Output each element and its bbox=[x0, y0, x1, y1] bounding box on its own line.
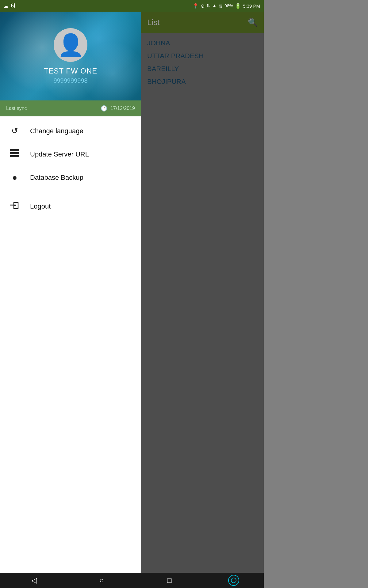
status-bar-right: 📍 ⊘ ⇅ ▲ ▨ 98% 🔋 5:39 PM bbox=[193, 3, 260, 9]
menu-label-update-server-url: Update Server URL bbox=[30, 150, 89, 158]
location-icon: 📍 bbox=[193, 3, 199, 9]
menu-label-database-backup: Database Backup bbox=[30, 174, 83, 182]
bottom-nav: ◁ ○ □ bbox=[0, 573, 264, 588]
back-button[interactable]: ◁ bbox=[25, 574, 43, 586]
database-icon: ● bbox=[9, 173, 21, 183]
svg-rect-0 bbox=[10, 149, 19, 151]
battery-icon: 🔋 bbox=[235, 3, 241, 9]
menu-label-logout: Logout bbox=[30, 202, 51, 210]
status-bar: ☁ 🖼 📍 ⊘ ⇅ ▲ ▨ 98% 🔋 5:39 PM bbox=[0, 0, 264, 12]
sync-bar: Last sync 🕐 17/12/2019 bbox=[0, 100, 141, 116]
battery-percent: 98% bbox=[224, 3, 233, 8]
svg-rect-1 bbox=[10, 152, 19, 154]
svg-rect-2 bbox=[10, 155, 19, 157]
cloud-icon: ☁ bbox=[4, 3, 9, 9]
wifi-icon: ▲ bbox=[212, 3, 217, 9]
signal-icon: ⊘ bbox=[201, 3, 205, 9]
server-icon bbox=[9, 149, 21, 159]
logout-icon bbox=[9, 201, 21, 212]
menu-divider bbox=[0, 192, 141, 192]
navigation-drawer: 👤 TEST FW ONE 9999999998 Last sync 🕐 17/… bbox=[0, 12, 141, 573]
network-icon: ▨ bbox=[219, 3, 223, 8]
home-button[interactable]: ○ bbox=[93, 574, 111, 586]
data-icon: ⇅ bbox=[206, 3, 210, 8]
menu-label-change-language: Change language bbox=[30, 127, 83, 135]
user-name: TEST FW ONE bbox=[44, 67, 98, 75]
menu-item-update-server-url[interactable]: Update Server URL bbox=[0, 142, 141, 166]
clock-time: 5:39 PM bbox=[243, 3, 260, 9]
drawer-header: 👤 TEST FW ONE 9999999998 bbox=[0, 12, 141, 100]
status-bar-left: ☁ 🖼 bbox=[4, 3, 15, 9]
clock-icon: 🕐 bbox=[101, 105, 107, 112]
menu-item-logout[interactable]: Logout bbox=[0, 194, 141, 218]
image-icon: 🖼 bbox=[10, 3, 15, 9]
refresh-icon: ↺ bbox=[9, 126, 21, 136]
person-icon: 👤 bbox=[57, 34, 84, 56]
sync-date: 17/12/2019 bbox=[110, 106, 135, 111]
avatar: 👤 bbox=[54, 28, 87, 62]
menu-item-change-language[interactable]: ↺ Change language bbox=[0, 119, 141, 142]
alexa-button[interactable] bbox=[228, 575, 239, 586]
drawer-menu: ↺ Change language Update Server URL ● Da… bbox=[0, 116, 141, 573]
user-phone: 9999999998 bbox=[53, 77, 87, 84]
menu-item-database-backup[interactable]: ● Database Backup bbox=[0, 166, 141, 189]
recent-button[interactable]: □ bbox=[160, 574, 179, 586]
alexa-inner-icon bbox=[231, 578, 236, 583]
sync-label: Last sync bbox=[6, 106, 98, 111]
